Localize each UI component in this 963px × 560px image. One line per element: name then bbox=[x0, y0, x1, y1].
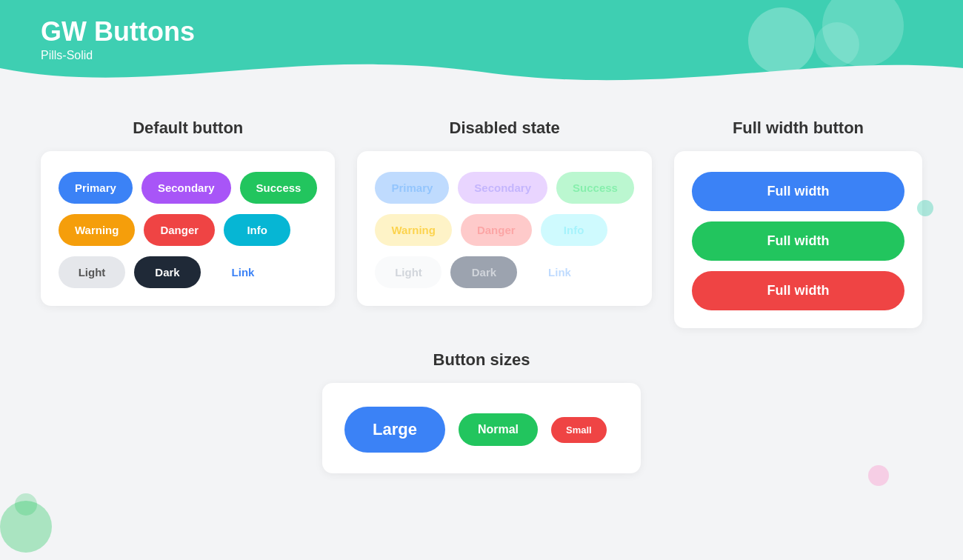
btn-dis-success: Success bbox=[556, 172, 634, 204]
btn-dis-danger: Danger bbox=[461, 214, 532, 246]
app-subtitle: Pills-Solid bbox=[41, 49, 922, 62]
app-title: GW Buttons bbox=[41, 16, 922, 47]
btn-secondary[interactable]: Secondary bbox=[141, 172, 231, 204]
header: GW Buttons Pills-Solid bbox=[0, 0, 963, 89]
disabled-btn-grid: Primary Secondary Success Warning Danger… bbox=[375, 172, 633, 288]
default-btn-row-3: Light Dark Link bbox=[59, 256, 317, 288]
btn-link[interactable]: Link bbox=[210, 256, 276, 288]
default-btn-row-2: Warning Danger Info bbox=[59, 214, 317, 246]
btn-dis-primary: Primary bbox=[375, 172, 449, 204]
fullwidth-section: Full width button Full width Full width … bbox=[674, 119, 922, 328]
sizes-section: Button sizes Large Normal Small bbox=[41, 350, 922, 473]
btn-small[interactable]: Small bbox=[551, 417, 607, 443]
btn-info[interactable]: Info bbox=[224, 214, 290, 246]
btn-dis-secondary: Secondary bbox=[458, 172, 547, 204]
sizes-card: Large Normal Small bbox=[322, 383, 641, 473]
btn-dis-dark: Dark bbox=[450, 256, 517, 288]
default-btn-grid: Primary Secondary Success Warning Danger… bbox=[59, 172, 317, 288]
default-btn-row-1: Primary Secondary Success bbox=[59, 172, 317, 204]
fullwidth-card: Full width Full width Full width bbox=[674, 151, 922, 328]
btn-dis-info: Info bbox=[541, 214, 607, 246]
btn-dark[interactable]: Dark bbox=[134, 256, 201, 288]
disabled-section-title: Disabled state bbox=[357, 119, 651, 138]
disabled-section: Disabled state Primary Secondary Success… bbox=[357, 119, 651, 328]
btn-full-success[interactable]: Full width bbox=[692, 221, 904, 261]
top-row: Default button Primary Secondary Success… bbox=[41, 119, 922, 328]
btn-danger[interactable]: Danger bbox=[144, 214, 215, 246]
btn-size-row: Large Normal Small bbox=[344, 407, 619, 453]
main-content: Default button Primary Secondary Success… bbox=[0, 89, 963, 496]
disabled-btn-row-1: Primary Secondary Success bbox=[375, 172, 633, 204]
sizes-section-title: Button sizes bbox=[433, 350, 530, 370]
btn-success[interactable]: Success bbox=[240, 172, 318, 204]
btn-dis-light: Light bbox=[375, 256, 441, 288]
btn-large[interactable]: Large bbox=[344, 407, 445, 453]
btn-full-danger[interactable]: Full width bbox=[692, 271, 904, 310]
btn-warning[interactable]: Warning bbox=[59, 214, 135, 246]
default-section: Default button Primary Secondary Success… bbox=[41, 119, 335, 328]
btn-dis-warning: Warning bbox=[375, 214, 451, 246]
fullwidth-section-title: Full width button bbox=[674, 119, 922, 138]
btn-full-primary[interactable]: Full width bbox=[692, 172, 904, 211]
default-card: Primary Secondary Success Warning Danger… bbox=[41, 151, 335, 306]
btn-dis-link: Link bbox=[526, 256, 593, 288]
btn-normal[interactable]: Normal bbox=[459, 413, 538, 446]
bg-deco-circle-2 bbox=[15, 493, 37, 516]
btn-primary[interactable]: Primary bbox=[59, 172, 133, 204]
btn-light[interactable]: Light bbox=[59, 256, 125, 288]
disabled-btn-row-3: Light Dark Link bbox=[375, 256, 633, 288]
disabled-card: Primary Secondary Success Warning Danger… bbox=[357, 151, 651, 306]
bg-deco-circle-1 bbox=[0, 501, 52, 553]
default-section-title: Default button bbox=[41, 119, 335, 138]
disabled-btn-row-2: Warning Danger Info bbox=[375, 214, 633, 246]
